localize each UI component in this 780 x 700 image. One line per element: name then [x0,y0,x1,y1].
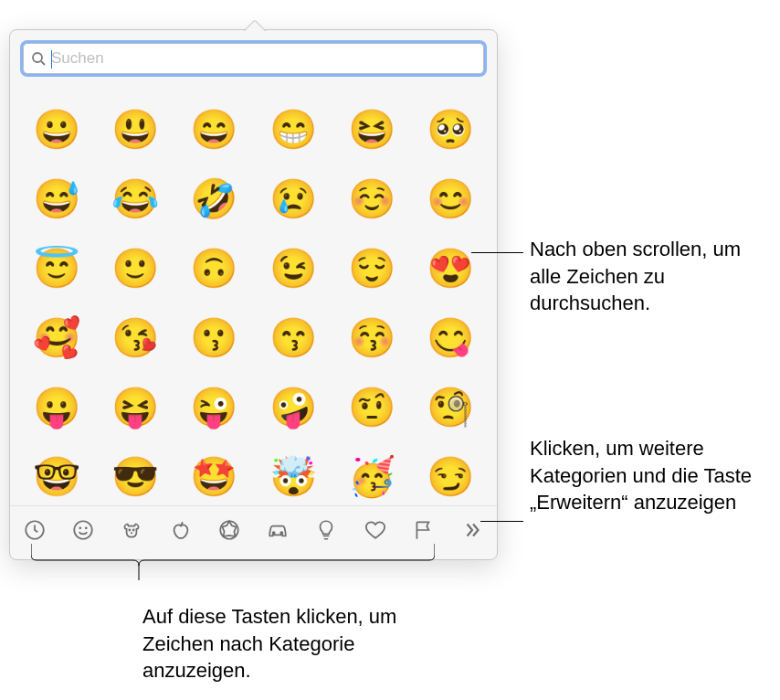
emoji-grid[interactable]: 😀😃😄😁😆🥺😅😂🤣😢☺️😊😇🙂🙃😉😌😍🥰😘😗😙😚😋😛😝😜🤪🤨🧐🤓😎🤩🤯🥳😏 [10,83,497,505]
car-icon [266,518,290,546]
search-input[interactable] [51,49,476,68]
emoji-glyph: 😏 [427,458,474,496]
category-food-button[interactable] [163,514,197,549]
popover-arrow [242,20,266,31]
emoji-cell[interactable]: 🤪 [269,383,318,432]
emoji-cell[interactable]: ☺️ [347,175,396,224]
svg-point-4 [79,527,80,528]
svg-line-1 [41,61,45,65]
svg-point-10 [280,532,282,534]
category-animals-button[interactable] [115,514,149,549]
emoji-cell[interactable]: 🥰 [32,313,81,363]
emoji-cell[interactable]: 😋 [426,313,475,363]
svg-point-6 [130,529,131,530]
emoji-cell[interactable]: 😂 [111,175,160,224]
category-travel-button[interactable] [261,514,295,549]
svg-point-5 [86,527,87,528]
emoji-cell[interactable]: 😀 [32,105,81,154]
emoji-glyph: 😄 [190,111,237,149]
bulb-icon [314,518,338,546]
emoji-cell[interactable]: 😚 [347,313,396,363]
emoji-glyph: 😌 [348,249,395,288]
emoji-glyph: 😢 [269,180,317,218]
emoji-cell[interactable]: 🥳 [347,452,396,502]
apple-icon [169,518,193,546]
emoji-cell[interactable]: 😊 [426,175,475,224]
callout-scroll-text: Nach oben scrollen, um alle Zeichen zu d… [530,236,767,317]
emoji-glyph: 😂 [111,180,159,218]
svg-point-3 [74,521,92,539]
search-field[interactable] [23,43,484,74]
character-viewer-popover: 😀😃😄😁😆🥺😅😂🤣😢☺️😊😇🙂🙃😉😌😍🥰😘😗😙😚😋😛😝😜🤪🤨🧐🤓😎🤩🤯🥳😏 [9,29,498,560]
emoji-cell[interactable]: 😎 [111,452,160,502]
emoji-cell[interactable]: 😜 [189,383,238,432]
category-flags-button[interactable] [406,514,440,549]
emoji-cell[interactable]: 🙂 [111,244,160,293]
smiley-icon [71,518,95,546]
category-more-button[interactable] [456,514,490,549]
emoji-glyph: 🤓 [33,458,80,496]
emoji-glyph: 🤨 [348,388,395,427]
emoji-glyph: 😉 [269,249,317,288]
emoji-cell[interactable]: 😌 [347,244,396,293]
category-recent-button[interactable] [17,514,51,549]
emoji-glyph: 🥰 [33,319,80,357]
text-caret [51,50,52,69]
dog-icon [120,518,143,546]
category-objects-button[interactable] [310,514,343,549]
emoji-glyph: 😍 [427,249,474,288]
emoji-cell[interactable]: 😆 [347,105,396,154]
emoji-cell[interactable]: 🥺 [426,105,475,154]
emoji-glyph: 😜 [190,388,237,427]
emoji-cell[interactable]: 😍 [426,244,475,293]
emoji-cell[interactable]: 🤣 [189,175,238,224]
emoji-cell[interactable]: 😘 [111,313,160,363]
callout-expand-text: Klicken, um weitere Kategorien und die T… [530,435,776,516]
emoji-cell[interactable]: 🤩 [189,452,238,502]
category-bar [10,505,497,557]
emoji-cell[interactable]: 🤯 [269,452,318,502]
emoji-cell[interactable]: 🤓 [32,452,81,502]
emoji-glyph: 😚 [348,319,395,357]
emoji-cell[interactable]: 😁 [269,105,318,154]
emoji-glyph: 🤣 [190,180,237,218]
search-container [10,30,497,83]
emoji-cell[interactable]: 😙 [269,313,318,363]
emoji-cell[interactable]: 😗 [189,313,238,363]
category-symbols-button[interactable] [358,514,392,549]
emoji-glyph: 😛 [33,388,80,427]
emoji-glyph: 🤪 [269,388,317,427]
emoji-glyph: 😃 [111,111,159,149]
emoji-glyph: 🤩 [190,458,237,496]
emoji-cell[interactable]: 😢 [269,175,318,224]
emoji-cell[interactable]: 🙃 [189,244,238,293]
emoji-glyph: ☺️ [348,180,395,218]
category-activity-button[interactable] [212,514,246,549]
emoji-glyph: 🤯 [269,458,317,496]
emoji-glyph: 😅 [33,180,80,218]
emoji-cell[interactable]: 🤨 [347,383,396,432]
emoji-cell[interactable]: 😉 [269,244,318,293]
clock-icon [23,518,47,546]
emoji-cell[interactable]: 😝 [111,383,160,432]
emoji-cell[interactable]: 😏 [426,452,475,502]
emoji-glyph: 😀 [33,111,80,149]
category-smileys-button[interactable] [66,514,100,549]
svg-point-0 [33,53,42,62]
search-icon [31,51,46,66]
emoji-cell[interactable]: 😃 [111,105,160,154]
emoji-glyph: 😘 [111,319,159,357]
emoji-glyph: 😗 [190,319,237,357]
emoji-cell[interactable]: 😛 [32,383,81,432]
emoji-glyph: 😁 [269,111,317,149]
emoji-cell[interactable]: 🧐 [426,383,475,432]
emoji-cell[interactable]: 😄 [189,105,238,154]
svg-point-9 [273,532,275,534]
emoji-glyph: 😙 [269,319,317,357]
emoji-cell[interactable]: 😇 [32,244,81,293]
emoji-glyph: 🧐 [427,388,474,427]
emoji-cell[interactable]: 😅 [32,175,81,224]
emoji-glyph: 😇 [33,249,80,288]
emoji-glyph: 😊 [427,180,474,218]
emoji-glyph: 🙃 [190,249,237,288]
